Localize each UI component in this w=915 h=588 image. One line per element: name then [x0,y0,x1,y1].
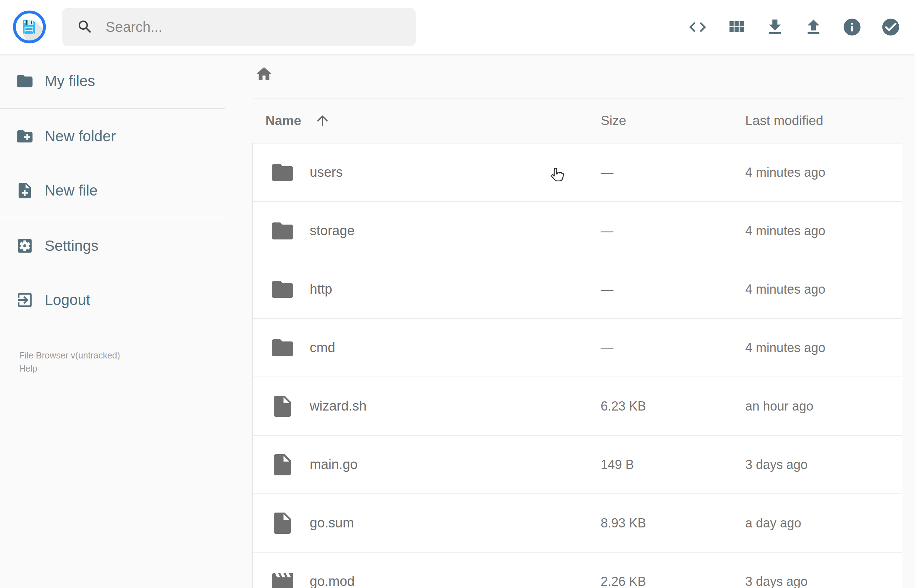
file-size: 8.93 KB [601,494,646,552]
app-version: File Browser v(untracked) [19,349,120,362]
upload-icon [803,17,824,37]
switch-view-button[interactable] [717,0,755,54]
sidebar-item-my-files[interactable]: My files [0,54,225,108]
table-row[interactable]: cmd — 4 minutes ago [253,318,902,376]
help-link[interactable]: Help [19,362,37,375]
sidebar-divider [0,108,225,109]
folder-icon [270,218,295,244]
folder-icon [270,335,295,360]
table-row[interactable]: wizard.sh 6.23 KB an hour ago [253,376,902,435]
grid-view-icon [726,17,746,37]
header-actions [678,0,910,54]
download-icon [765,17,785,37]
floppy-disk-logo [13,10,46,44]
file-icon [270,394,295,419]
sidebar-item-label: New file [45,182,97,199]
new-file-icon [16,181,34,200]
search-icon [76,18,94,36]
file-icon [270,452,295,478]
file-name: http [310,260,332,318]
file-modified: 3 days ago [745,436,808,493]
file-size: 149 B [601,436,634,493]
folder-icon [270,160,295,185]
table-row[interactable]: main.go 149 B 3 days ago [253,435,902,493]
file-icon [270,510,295,536]
file-modified: an hour ago [745,377,813,435]
movie-icon [270,569,295,588]
file-modified: 4 minutes ago [745,260,825,318]
file-modified: 4 minutes ago [745,144,825,201]
sidebar-item-label: Logout [45,292,90,309]
file-name: cmd [310,319,335,376]
file-size: 6.23 KB [601,377,646,435]
file-size: 2.26 KB [601,552,646,588]
table-row[interactable]: http — 4 minutes ago [253,260,902,318]
search-placeholder: Search... [106,19,162,35]
file-modified: 4 minutes ago [745,319,825,376]
file-name: storage [310,202,355,260]
sidebar-item-settings[interactable]: Settings [0,218,225,273]
app-header: Search... [0,0,915,54]
file-modified: 4 minutes ago [745,202,825,260]
sidebar-item-label: My files [45,73,95,90]
file-size: — [601,319,613,376]
table-row[interactable]: go.mod 2.26 KB 3 days ago [253,552,902,588]
sidebar-item-logout[interactable]: Logout [0,273,225,327]
sidebar-footer: File Browser v(untracked) Help [19,349,120,375]
info-button[interactable] [833,0,871,54]
file-size: — [601,144,613,201]
listing-header: Name Size Last modified [252,98,902,143]
file-modified: 3 days ago [745,552,808,588]
sidebar-item-new-file[interactable]: New file [0,163,225,218]
check-circle-icon [881,17,901,37]
file-name: go.sum [310,494,354,552]
file-listing: users — 4 minutes ago storage — 4 minute… [252,143,902,588]
app-logo[interactable] [13,10,46,44]
table-row[interactable]: users — 4 minutes ago [253,144,902,201]
file-name: main.go [310,436,357,493]
file-modified: a day ago [745,494,801,552]
code-icon [687,17,708,37]
table-row[interactable]: go.sum 8.93 KB a day ago [253,493,902,552]
sidebar-item-label: Settings [45,237,99,254]
sidebar-item-new-folder[interactable]: New folder [0,109,225,163]
column-header-modified[interactable]: Last modified [745,98,823,143]
search-bar[interactable]: Search... [62,8,416,46]
home-icon[interactable] [255,65,273,83]
column-header-size[interactable]: Size [601,98,626,143]
upload-button[interactable] [794,0,833,54]
sidebar: My files New folder New file Settings Lo… [0,54,225,327]
info-icon [842,17,862,37]
file-name: wizard.sh [310,377,367,435]
download-button[interactable] [755,0,794,54]
sort-asc-icon [314,113,331,129]
file-name: go.mod [310,552,355,588]
file-name: users [310,144,343,201]
folder-icon [270,277,295,302]
column-header-name[interactable]: Name [265,98,331,143]
file-size: — [601,260,613,318]
table-row[interactable]: storage — 4 minutes ago [253,201,902,260]
sidebar-item-label: New folder [45,128,116,145]
settings-icon [16,237,34,255]
file-size: — [601,202,613,260]
raw-view-button[interactable] [678,0,717,54]
logout-icon [16,291,34,309]
new-folder-icon [16,127,34,145]
folder-icon [16,72,34,90]
select-multiple-button[interactable] [871,0,910,54]
